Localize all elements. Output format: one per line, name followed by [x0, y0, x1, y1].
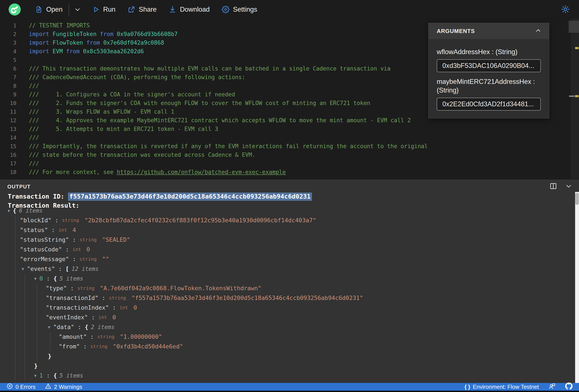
error-circle-icon	[6, 383, 13, 391]
output-token-items: 5 items	[60, 275, 83, 282]
code-line: 18/// For more context, see https://gith…	[0, 168, 579, 176]
errors-status[interactable]: 0 Errors	[6, 383, 35, 391]
line-number: 14	[0, 135, 16, 141]
download-label: Download	[180, 6, 210, 13]
warnings-status[interactable]: 2 Warnings	[45, 383, 82, 391]
code-text: /// This transaction demonstrates how mu…	[29, 65, 391, 72]
environment-status[interactable]: { } Environment: Flow Testnet	[465, 384, 539, 390]
transaction-result-tree[interactable]: ▼{6 items"blockId" : string "2b28cbfb87d…	[0, 206, 570, 390]
code-text: /// 1. Configures a COA in the signer's …	[29, 91, 235, 98]
output-token-key: "blockId" :	[20, 217, 62, 224]
toolbar-divider	[69, 3, 69, 15]
output-row: "status" : int 4	[0, 225, 570, 235]
output-token-items: 12 items	[72, 266, 99, 272]
code-segment: // TESTNET IMPORTS	[29, 22, 90, 29]
warning-mark-1	[575, 47, 579, 49]
warnings-label: 2 Warnings	[54, 384, 82, 390]
code-link[interactable]: https://github.com/onflow/batched-evm-ex…	[117, 169, 286, 175]
expand-triangle-icon[interactable]: ▼	[7, 208, 10, 213]
arguments-title: ARGUMENTS	[437, 28, 475, 35]
code-text: /// 4. Approves the example MaybeMintERC…	[29, 117, 411, 123]
editor-scrollbar[interactable]	[571, 19, 579, 179]
line-number: 11	[0, 109, 16, 115]
run-button[interactable]: Run	[92, 6, 116, 13]
output-token-key: "errorMessage" :	[20, 256, 79, 262]
open-dropdown-chevron[interactable]	[74, 6, 81, 13]
output-row: }	[0, 351, 570, 361]
expand-triangle-icon[interactable]: ▼	[48, 325, 50, 330]
output-token-str: ""	[102, 256, 109, 262]
code-line: 16/// state before the transaction was e…	[0, 151, 579, 159]
download-button[interactable]: Download	[169, 6, 210, 13]
code-text: ///	[29, 160, 39, 167]
status-bar: 0 Errors 2 Warnings { } Environment: Flo…	[0, 383, 579, 391]
output-token-brace: }	[34, 362, 38, 369]
code-segment: /// 3. Wraps FLOW as WFLOW - EVM call 1	[29, 109, 174, 115]
output-token-str: "SEALED"	[102, 236, 130, 243]
argument-input-maybemint[interactable]	[437, 98, 541, 111]
line-number: 15	[0, 143, 16, 149]
code-segment: 0x8c5303eaa26202d6	[80, 48, 144, 55]
line-number: 10	[0, 100, 16, 106]
code-segment: /// 2. Funds the signer's COA with enoug…	[29, 100, 370, 106]
output-row: ▼0 : {5 items	[0, 274, 570, 283]
line-number: 8	[0, 83, 16, 89]
settings-button[interactable]: Settings	[222, 6, 257, 13]
output-token-key: "events" :	[27, 265, 66, 272]
feedback-button[interactable]	[548, 383, 556, 391]
expand-triangle-icon[interactable]: ▼	[22, 267, 24, 271]
output-token-items: 5 items	[60, 372, 83, 379]
expand-triangle-icon[interactable]: ▼	[34, 373, 36, 378]
output-token-idx: 1	[39, 372, 43, 379]
github-button[interactable]	[565, 383, 573, 391]
output-scrollbar-thumb[interactable]	[575, 193, 579, 205]
braces-icon: { }	[465, 384, 470, 390]
expand-triangle-icon[interactable]: ▼	[34, 276, 36, 281]
output-token-brace: {	[13, 207, 16, 214]
output-token-items: 6 items	[19, 207, 43, 214]
open-button[interactable]: Open	[35, 6, 63, 13]
errors-label: 0 Errors	[15, 384, 35, 390]
output-token-str: 0	[86, 246, 90, 253]
flow-logo-glyph	[10, 5, 19, 14]
arguments-panel-header[interactable]: ARGUMENTS	[429, 23, 549, 39]
editor-scrollbar-thumb[interactable]	[569, 21, 579, 33]
code-segment: ///	[29, 83, 39, 89]
open-label: Open	[46, 6, 63, 13]
ruler-position-mark	[569, 96, 575, 97]
argument-input-wflow[interactable]	[437, 59, 541, 72]
theme-toggle-sun-icon[interactable]	[561, 5, 570, 15]
output-scrollbar[interactable]	[575, 192, 579, 383]
warning-triangle-icon	[45, 383, 51, 391]
github-icon	[565, 383, 573, 391]
transaction-id-value-selected: f557a1573b76aa53e73d46f3e10d200d5c18a653…	[68, 193, 312, 201]
split-panel-icon[interactable]	[549, 182, 557, 191]
output-token-str: 4	[72, 227, 76, 233]
output-token-type: string	[79, 256, 99, 262]
line-number: 18	[0, 169, 16, 175]
open-file-icon	[35, 6, 43, 13]
indent-guide	[15, 216, 15, 380]
code-text: ///	[29, 134, 39, 141]
output-token-str: "2b28cbfb87da2cfec4f0232c6f883f0f12c95b3…	[85, 217, 316, 224]
output-token-items: 2 items	[91, 324, 115, 330]
code-segment: FungibleToken	[49, 31, 100, 37]
output-token-str: 0	[112, 314, 116, 321]
flow-playground-app: Open Run Share	[0, 0, 579, 392]
collapse-output-chevron-icon[interactable]	[565, 182, 573, 191]
code-segment: import	[29, 40, 49, 46]
output-token-type: string	[79, 237, 99, 242]
code-segment: from	[86, 40, 100, 46]
output-header-icons	[549, 182, 573, 191]
chevron-up-icon[interactable]	[535, 27, 542, 35]
line-number: 5	[0, 57, 16, 63]
share-button[interactable]: Share	[128, 6, 157, 13]
output-title: OUTPUT	[7, 184, 31, 190]
code-line: 17///	[0, 159, 579, 168]
gear-icon	[222, 6, 229, 13]
output-token-brace: {	[54, 372, 57, 379]
code-text: ///	[29, 83, 39, 89]
line-number: 3	[0, 40, 16, 46]
code-segment: ///	[29, 160, 39, 167]
output-token-key: "transactionIndex" :	[46, 304, 119, 311]
